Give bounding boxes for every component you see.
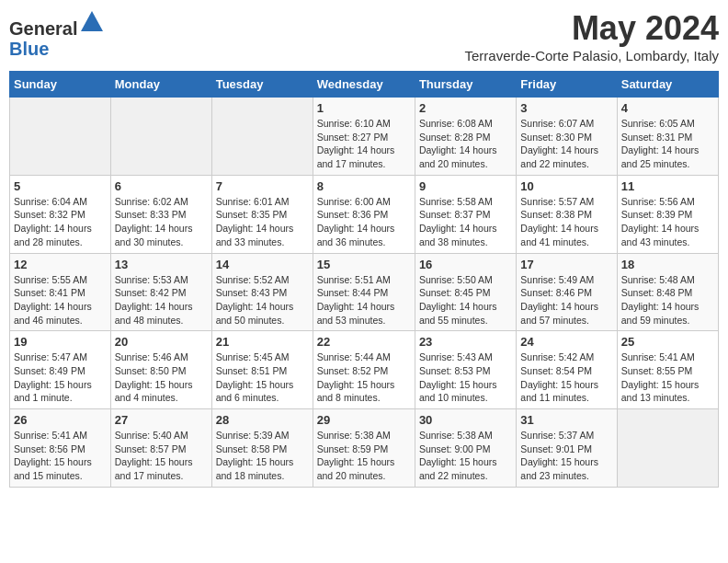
day-info: Sunrise: 6:08 AMSunset: 8:28 PMDaylight:… bbox=[419, 117, 512, 171]
calendar-cell bbox=[617, 409, 718, 488]
day-number: 7 bbox=[216, 179, 309, 193]
day-info: Sunrise: 6:02 AMSunset: 8:33 PMDaylight:… bbox=[115, 195, 208, 249]
calendar-cell: 2Sunrise: 6:08 AMSunset: 8:28 PMDaylight… bbox=[415, 98, 516, 176]
day-info: Sunrise: 6:05 AMSunset: 8:31 PMDaylight:… bbox=[621, 117, 714, 171]
calendar-cell: 9Sunrise: 5:58 AMSunset: 8:37 PMDaylight… bbox=[415, 175, 516, 253]
day-number: 26 bbox=[14, 413, 107, 427]
day-info: Sunrise: 5:48 AMSunset: 8:48 PMDaylight:… bbox=[621, 273, 714, 327]
calendar-week-3: 12Sunrise: 5:55 AMSunset: 8:41 PMDayligh… bbox=[10, 253, 719, 331]
day-info: Sunrise: 5:56 AMSunset: 8:39 PMDaylight:… bbox=[621, 195, 714, 249]
weekday-header-monday: Monday bbox=[110, 72, 211, 98]
weekday-header-row: SundayMondayTuesdayWednesdayThursdayFrid… bbox=[10, 72, 719, 98]
day-number: 11 bbox=[621, 179, 714, 193]
calendar-cell: 4Sunrise: 6:05 AMSunset: 8:31 PMDaylight… bbox=[617, 98, 718, 176]
day-info: Sunrise: 6:07 AMSunset: 8:30 PMDaylight:… bbox=[520, 117, 612, 171]
location-subtitle: Terraverde-Corte Palasio, Lombardy, Ital… bbox=[464, 48, 719, 63]
day-number: 25 bbox=[621, 335, 714, 349]
calendar-cell: 3Sunrise: 6:07 AMSunset: 8:30 PMDaylight… bbox=[517, 98, 617, 176]
day-info: Sunrise: 5:57 AMSunset: 8:38 PMDaylight:… bbox=[520, 195, 612, 249]
day-info: Sunrise: 5:55 AMSunset: 8:41 PMDaylight:… bbox=[14, 273, 107, 327]
day-number: 5 bbox=[14, 179, 107, 193]
calendar-cell: 27Sunrise: 5:40 AMSunset: 8:57 PMDayligh… bbox=[110, 409, 211, 488]
page-header: General Blue May 2024 Terraverde-Corte P… bbox=[9, 9, 719, 63]
weekday-header-tuesday: Tuesday bbox=[211, 72, 313, 98]
day-number: 3 bbox=[520, 101, 612, 115]
day-info: Sunrise: 5:43 AMSunset: 8:53 PMDaylight:… bbox=[419, 350, 512, 405]
calendar-cell: 15Sunrise: 5:51 AMSunset: 8:44 PMDayligh… bbox=[313, 253, 415, 331]
calendar-week-5: 26Sunrise: 5:41 AMSunset: 8:56 PMDayligh… bbox=[10, 409, 719, 488]
day-number: 18 bbox=[621, 258, 714, 271]
day-number: 22 bbox=[317, 335, 411, 349]
calendar-cell: 18Sunrise: 5:48 AMSunset: 8:48 PMDayligh… bbox=[617, 253, 718, 331]
calendar-cell: 12Sunrise: 5:55 AMSunset: 8:41 PMDayligh… bbox=[10, 253, 111, 331]
calendar-cell: 10Sunrise: 5:57 AMSunset: 8:38 PMDayligh… bbox=[517, 175, 617, 253]
day-info: Sunrise: 5:45 AMSunset: 8:51 PMDaylight:… bbox=[216, 350, 309, 405]
calendar-cell: 6Sunrise: 6:02 AMSunset: 8:33 PMDaylight… bbox=[110, 175, 211, 253]
calendar-cell: 1Sunrise: 6:10 AMSunset: 8:27 PMDaylight… bbox=[313, 98, 415, 176]
day-number: 27 bbox=[115, 413, 208, 427]
day-number: 12 bbox=[14, 258, 107, 271]
day-info: Sunrise: 5:38 AMSunset: 9:00 PMDaylight:… bbox=[419, 429, 512, 483]
calendar-cell: 17Sunrise: 5:49 AMSunset: 8:46 PMDayligh… bbox=[517, 253, 617, 331]
day-number: 30 bbox=[419, 413, 512, 427]
day-info: Sunrise: 6:10 AMSunset: 8:27 PMDaylight:… bbox=[317, 117, 411, 171]
calendar-cell: 26Sunrise: 5:41 AMSunset: 8:56 PMDayligh… bbox=[10, 409, 111, 488]
day-number: 1 bbox=[317, 101, 411, 115]
day-number: 17 bbox=[520, 258, 612, 271]
logo-icon bbox=[79, 9, 105, 35]
day-info: Sunrise: 5:37 AMSunset: 9:01 PMDaylight:… bbox=[520, 429, 612, 483]
calendar-cell: 19Sunrise: 5:47 AMSunset: 8:49 PMDayligh… bbox=[10, 331, 111, 409]
calendar-cell bbox=[110, 98, 211, 176]
day-number: 31 bbox=[520, 413, 612, 427]
day-info: Sunrise: 5:52 AMSunset: 8:43 PMDaylight:… bbox=[216, 273, 309, 327]
day-number: 21 bbox=[216, 335, 309, 349]
calendar-cell: 31Sunrise: 5:37 AMSunset: 9:01 PMDayligh… bbox=[517, 409, 617, 488]
weekday-header-saturday: Saturday bbox=[617, 72, 718, 98]
day-info: Sunrise: 5:41 AMSunset: 8:56 PMDaylight:… bbox=[14, 429, 107, 483]
day-number: 29 bbox=[317, 413, 411, 427]
day-info: Sunrise: 5:44 AMSunset: 8:52 PMDaylight:… bbox=[317, 350, 411, 405]
day-info: Sunrise: 6:04 AMSunset: 8:32 PMDaylight:… bbox=[14, 195, 107, 249]
calendar-table: SundayMondayTuesdayWednesdayThursdayFrid… bbox=[9, 71, 719, 488]
day-number: 20 bbox=[115, 335, 208, 349]
day-number: 24 bbox=[520, 335, 612, 349]
day-info: Sunrise: 5:42 AMSunset: 8:54 PMDaylight:… bbox=[520, 350, 612, 405]
calendar-cell: 16Sunrise: 5:50 AMSunset: 8:45 PMDayligh… bbox=[415, 253, 516, 331]
calendar-cell: 28Sunrise: 5:39 AMSunset: 8:58 PMDayligh… bbox=[211, 409, 313, 488]
calendar-body: 1Sunrise: 6:10 AMSunset: 8:27 PMDaylight… bbox=[10, 98, 719, 488]
calendar-cell: 5Sunrise: 6:04 AMSunset: 8:32 PMDaylight… bbox=[10, 175, 111, 253]
day-number: 19 bbox=[14, 335, 107, 349]
month-title: May 2024 bbox=[464, 9, 719, 48]
day-info: Sunrise: 6:00 AMSunset: 8:36 PMDaylight:… bbox=[317, 195, 411, 249]
calendar-cell: 21Sunrise: 5:45 AMSunset: 8:51 PMDayligh… bbox=[211, 331, 313, 409]
calendar-cell: 20Sunrise: 5:46 AMSunset: 8:50 PMDayligh… bbox=[110, 331, 211, 409]
day-info: Sunrise: 5:40 AMSunset: 8:57 PMDaylight:… bbox=[115, 429, 208, 483]
day-number: 13 bbox=[115, 258, 208, 271]
day-number: 2 bbox=[419, 101, 512, 115]
day-info: Sunrise: 5:38 AMSunset: 8:59 PMDaylight:… bbox=[317, 429, 411, 483]
day-info: Sunrise: 6:01 AMSunset: 8:35 PMDaylight:… bbox=[216, 195, 309, 249]
calendar-cell: 30Sunrise: 5:38 AMSunset: 9:00 PMDayligh… bbox=[415, 409, 516, 488]
calendar-cell: 23Sunrise: 5:43 AMSunset: 8:53 PMDayligh… bbox=[415, 331, 516, 409]
day-number: 6 bbox=[115, 179, 208, 193]
day-info: Sunrise: 5:49 AMSunset: 8:46 PMDaylight:… bbox=[520, 273, 612, 327]
day-number: 28 bbox=[216, 413, 309, 427]
calendar-header: SundayMondayTuesdayWednesdayThursdayFrid… bbox=[10, 72, 719, 98]
calendar-cell: 25Sunrise: 5:41 AMSunset: 8:55 PMDayligh… bbox=[617, 331, 718, 409]
day-info: Sunrise: 5:53 AMSunset: 8:42 PMDaylight:… bbox=[115, 273, 208, 327]
logo: General Blue bbox=[9, 9, 105, 59]
calendar-cell: 22Sunrise: 5:44 AMSunset: 8:52 PMDayligh… bbox=[313, 331, 415, 409]
calendar-cell: 29Sunrise: 5:38 AMSunset: 8:59 PMDayligh… bbox=[313, 409, 415, 488]
calendar-week-4: 19Sunrise: 5:47 AMSunset: 8:49 PMDayligh… bbox=[10, 331, 719, 409]
calendar-week-2: 5Sunrise: 6:04 AMSunset: 8:32 PMDaylight… bbox=[10, 175, 719, 253]
day-info: Sunrise: 5:39 AMSunset: 8:58 PMDaylight:… bbox=[216, 429, 309, 483]
day-info: Sunrise: 5:41 AMSunset: 8:55 PMDaylight:… bbox=[621, 350, 714, 405]
weekday-header-friday: Friday bbox=[517, 72, 617, 98]
day-info: Sunrise: 5:51 AMSunset: 8:44 PMDaylight:… bbox=[317, 273, 411, 327]
day-number: 9 bbox=[419, 179, 512, 193]
calendar-cell bbox=[10, 98, 111, 176]
calendar-week-1: 1Sunrise: 6:10 AMSunset: 8:27 PMDaylight… bbox=[10, 98, 719, 176]
day-number: 16 bbox=[419, 258, 512, 271]
logo-general: General bbox=[9, 18, 77, 39]
weekday-header-wednesday: Wednesday bbox=[313, 72, 415, 98]
